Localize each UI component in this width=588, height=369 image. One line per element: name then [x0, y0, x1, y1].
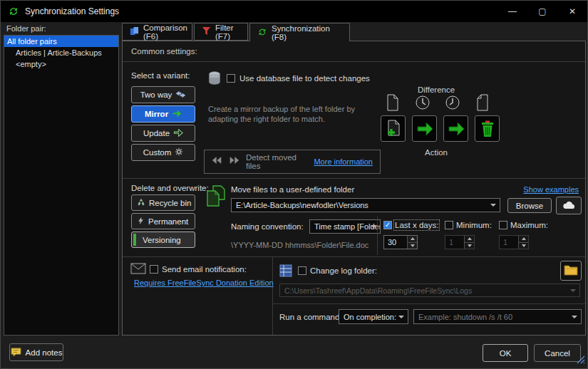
filter-icon: [202, 26, 211, 37]
divider: [123, 256, 585, 257]
cancel-button[interactable]: Cancel: [534, 344, 581, 362]
minimum-checkbox[interactable]: [445, 221, 453, 229]
chevron-down-icon: [572, 316, 577, 318]
naming-convention-combobox[interactable]: Time stamp [Folder]: [309, 219, 381, 234]
database-icon: [205, 68, 224, 88]
maximum-label: Maximum:: [510, 221, 548, 229]
log-path-combobox[interactable]: C:\Users\Tashreef\AppData\Roaming\FreeFi…: [279, 284, 580, 297]
update-arrow-icon: [173, 129, 183, 138]
action-update-right-2-button[interactable]: [443, 115, 468, 142]
sync-settings-dialog: Synchronization Settings — ▢ ✕ Folder pa…: [0, 0, 588, 369]
command-input-combobox[interactable]: Example: shutdown /s /t 60: [413, 309, 582, 324]
minimum-value: 1: [445, 236, 464, 249]
synchronization-panel: Common settings: Select a variant: Two w…: [122, 41, 586, 336]
command-when-combobox[interactable]: On completion:: [339, 309, 408, 324]
folder-pair-label: Folder pair:: [6, 24, 46, 33]
list-item-empty-pair[interactable]: <empty>: [4, 58, 118, 70]
divider: [123, 61, 585, 62]
action-label: Action: [379, 148, 493, 157]
chevron-down-icon: [371, 225, 376, 228]
tab-filter-label: Filter (F7): [215, 24, 240, 41]
action-delete-button[interactable]: [475, 115, 500, 142]
browse-label: Browse: [516, 202, 543, 210]
add-notes-button[interactable]: Add notes: [9, 343, 63, 361]
cancel-label: Cancel: [545, 349, 570, 358]
action-create-right-button[interactable]: [381, 115, 406, 142]
minimum-spinner[interactable]: 1: [445, 235, 475, 249]
command-when-value: On completion:: [344, 313, 396, 321]
versioning-button[interactable]: Versioning: [131, 232, 195, 248]
two-way-arrows-icon: [175, 90, 186, 100]
maximize-button[interactable]: ▢: [527, 1, 557, 22]
donation-edition-link[interactable]: Requires FreeFileSync Donation Edition: [134, 279, 274, 287]
custom-button[interactable]: Custom: [131, 144, 195, 161]
divider: [272, 303, 585, 304]
window-title: Synchronization Settings: [25, 6, 119, 16]
synchronization-icon: [257, 27, 267, 38]
run-command-label: Run a command:: [279, 313, 342, 321]
change-log-folder-checkbox[interactable]: [298, 266, 306, 275]
diff-left-only-icon: [383, 93, 402, 113]
add-notes-label: Add notes: [26, 348, 63, 357]
diff-right-newer-icon: [443, 93, 462, 113]
folder-pair-list: All folder pairs Articles | Article-Back…: [4, 35, 119, 336]
divider: [123, 178, 585, 179]
ok-button[interactable]: OK: [483, 344, 528, 362]
titlebar: Synchronization Settings — ▢ ✕: [1, 1, 587, 22]
moved-right-icon: [229, 155, 239, 168]
two-way-button[interactable]: Two way: [131, 86, 195, 103]
use-database-label: Use database file to detect changes: [239, 74, 370, 83]
note-icon: [11, 347, 21, 358]
mirror-button[interactable]: Mirror: [131, 105, 195, 123]
maximum-checkbox[interactable]: [499, 221, 507, 229]
resize-grip[interactable]: [577, 354, 585, 367]
moved-left-icon: [212, 155, 222, 168]
list-item-all-folder-pairs[interactable]: All folder pairs: [4, 36, 118, 47]
list-item-articles-pair[interactable]: Articles | Article-Backups: [4, 47, 118, 58]
divider: [377, 217, 378, 255]
tab-synchronization[interactable]: Synchronization (F8): [249, 23, 350, 41]
last-x-days-checkbox[interactable]: [383, 221, 392, 229]
recycle-bin-button[interactable]: Recycle bin: [131, 194, 195, 211]
tab-comparison-label: Comparison (F6): [143, 24, 187, 41]
show-examples-link[interactable]: Show examples: [519, 185, 579, 194]
more-information-link[interactable]: More information: [314, 157, 373, 166]
mirror-label: Mirror: [145, 110, 168, 118]
cloud-button[interactable]: [556, 197, 582, 214]
divider: [272, 256, 273, 335]
naming-convention-label: Naming convention:: [231, 222, 304, 231]
use-database-checkbox[interactable]: [227, 74, 235, 83]
versioning-path-value: E:\Article-Backups\newfodler\Versions: [236, 201, 368, 209]
versioning-label: Versioning: [143, 236, 181, 244]
mirror-description: Create a mirror backup of the left folde…: [208, 104, 368, 124]
detect-moved-files-label: Detect moved files: [246, 153, 307, 170]
minimum-label: Minimum:: [456, 221, 492, 229]
diff-right-only-icon: [473, 93, 492, 113]
permanent-button[interactable]: Permanent: [131, 213, 195, 229]
last-x-days-spinner[interactable]: 30: [383, 235, 418, 249]
update-label: Update: [143, 129, 170, 137]
two-way-label: Two way: [140, 90, 172, 99]
move-files-label: Move files to a user-defined folder: [231, 185, 354, 194]
tab-comparison[interactable]: Comparison (F6): [122, 23, 192, 41]
send-email-label: Send email notification:: [162, 265, 247, 274]
chevron-down-icon: [490, 204, 496, 207]
send-email-checkbox[interactable]: [150, 265, 158, 274]
log-folder-button[interactable]: [560, 261, 582, 281]
tab-synchronization-label: Synchronization (F8): [272, 24, 342, 41]
command-placeholder: Example: shutdown /s /t 60: [418, 313, 512, 321]
minimize-button[interactable]: —: [497, 1, 527, 22]
cloud-icon: [562, 200, 576, 211]
maximum-spinner[interactable]: 1: [499, 235, 529, 249]
maximum-value: 1: [500, 236, 518, 249]
browse-button[interactable]: Browse: [507, 198, 552, 213]
folder-icon: [564, 264, 578, 277]
mirror-arrow-icon: [172, 110, 182, 119]
close-button[interactable]: ✕: [557, 1, 587, 22]
tab-filter[interactable]: Filter (F7): [194, 23, 248, 41]
versioning-path-combobox[interactable]: E:\Article-Backups\newfodler\Versions: [231, 198, 500, 212]
last-x-days-label: Last x days:: [395, 221, 438, 229]
update-button[interactable]: Update: [131, 125, 195, 142]
delete-overwrite-label: Delete and overwrite:: [131, 184, 209, 192]
action-update-right-button[interactable]: [412, 115, 437, 142]
